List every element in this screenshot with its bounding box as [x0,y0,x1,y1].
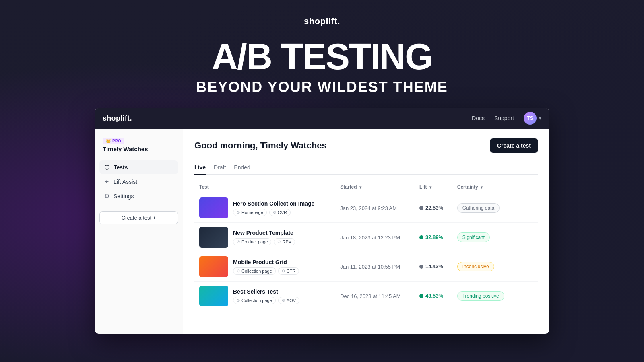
col-lift[interactable]: Lift ▾ [415,181,452,193]
store-name: Timely Watches [103,146,175,152]
tag-icon: ⊙ [273,210,276,214]
certainty-badge: Inconclusive [457,262,494,272]
table-row[interactable]: Best Sellers Test ⊙ Collection page ⊙ AO… [194,282,538,311]
settings-icon: ⚙ [104,193,109,200]
test-name: Mobile Product Grid [233,259,299,265]
tag-icon: ⊙ [237,210,240,214]
table-row[interactable]: Mobile Product Grid ⊙ Collection page ⊙ … [194,252,538,282]
cell-test: New Product Template ⊙ Product page ⊙ RP… [194,223,335,252]
cell-lift: 14.43% [415,252,452,282]
app-body: 👑 PRO Timely Watches ⬡ Tests ✦ Lift Assi… [95,129,549,334]
tabs: Live Draft Ended [194,161,538,175]
sidebar-item-tests[interactable]: ⬡ Tests [99,160,178,174]
sort-arrow-icon: ▾ [429,185,431,189]
test-info: New Product Template ⊙ Product page ⊙ RP… [199,227,330,248]
hero-logo: shoplift. [0,16,644,27]
sidebar: 👑 PRO Timely Watches ⬡ Tests ✦ Lift Assi… [95,129,183,334]
cell-started: Jan 23, 2024 at 9:23 AM [335,193,415,223]
hero-subtitle: BEYOND YOUR WILDEST THEME [0,79,644,96]
test-name: New Product Template [233,230,295,236]
test-name: Hero Section Collection Image [233,200,314,207]
lift-indicator [419,206,423,210]
tag-icon: ⊙ [277,239,281,244]
tag: ⊙ CTR [278,267,299,275]
page-title: Good morning, Timely Watches [194,140,327,151]
table-row[interactable]: Hero Section Collection Image ⊙ Homepage… [194,193,538,223]
crown-icon: 👑 [106,139,111,143]
support-link[interactable]: Support [494,115,514,121]
test-info: Hero Section Collection Image ⊙ Homepage… [199,197,330,218]
tag: ⊙ RPV [274,238,295,245]
cell-certainty: Trending positive [452,282,516,311]
test-details: New Product Template ⊙ Product page ⊙ RP… [233,230,295,245]
test-tags: ⊙ Product page ⊙ RPV [233,238,295,245]
sidebar-nav: ⬡ Tests ✦ Lift Assist ⚙ Settings [99,160,178,203]
date-text: Jan 18, 2023 at 12:23 PM [340,234,400,241]
col-actions [516,181,538,193]
row-more-button[interactable]: ⋮ [521,291,531,302]
pro-badge: 👑 PRO [103,138,124,144]
cell-certainty: Gathering data [452,193,516,223]
date-text: Dec 16, 2023 at 11:45 AM [340,293,400,299]
sidebar-settings-label: Settings [114,193,134,200]
tag-icon: ⊙ [282,269,285,273]
row-more-button[interactable]: ⋮ [521,261,531,272]
col-started[interactable]: Started ▾ [335,181,415,193]
app-window: shoplift. Docs Support TS ▾ 👑 PRO [95,108,549,334]
tag-icon: ⊙ [282,298,285,302]
test-thumbnail [199,197,228,218]
tag-icon: ⊙ [237,239,240,244]
test-thumbnail [199,286,228,306]
lift-assist-icon: ✦ [104,178,109,185]
sort-arrow-icon: ▾ [359,185,361,189]
avatar: TS [524,112,537,125]
hero-title: A/B TESTING [0,39,644,75]
lift-value: 22.53% [419,205,443,211]
header-nav: Docs Support TS ▾ [472,112,541,125]
row-more-button[interactable]: ⋮ [521,232,531,243]
sort-arrow-icon: ▾ [481,185,483,189]
tag: ⊙ CVR [269,209,291,216]
table-row[interactable]: New Product Template ⊙ Product page ⊙ RP… [194,223,538,252]
lift-indicator [419,235,423,239]
cell-lift: 32.89% [415,223,452,252]
col-test: Test [194,181,335,193]
cell-lift: 22.53% [415,193,452,223]
cell-actions: ⋮ [516,193,538,223]
test-name: Best Sellers Test [233,288,299,295]
app-logo: shoplift. [103,114,132,123]
user-menu[interactable]: TS ▾ [524,112,541,125]
row-more-button[interactable]: ⋮ [521,203,531,214]
tab-live[interactable]: Live [194,161,206,175]
tab-draft[interactable]: Draft [214,161,226,175]
tab-ended[interactable]: Ended [234,161,250,175]
date-text: Jan 23, 2024 at 9:23 AM [340,205,397,211]
tag: ⊙ Product page [233,238,271,245]
test-info: Mobile Product Grid ⊙ Collection page ⊙ … [199,256,330,277]
test-thumbnail [199,227,228,248]
test-thumbnail [199,256,228,277]
cell-lift: 43.53% [415,282,452,311]
sidebar-item-settings[interactable]: ⚙ Settings [99,189,178,203]
lift-value: 43.53% [419,293,443,299]
test-tags: ⊙ Collection page ⊙ AOV [233,297,299,304]
create-test-cta-button[interactable]: Create a test [490,138,538,153]
cell-actions: ⋮ [516,282,538,311]
certainty-badge: Gathering data [457,203,500,213]
col-certainty[interactable]: Certainty ▾ [452,181,516,193]
tag-icon: ⊙ [237,298,240,302]
sidebar-item-lift-assist[interactable]: ✦ Lift Assist [99,175,178,189]
test-details: Best Sellers Test ⊙ Collection page ⊙ AO… [233,288,299,304]
tag-icon: ⊙ [237,269,240,273]
app-logo-text: shoplift. [103,114,132,122]
hero-logo-text: shoplift. [304,16,340,26]
cell-started: Jan 18, 2023 at 12:23 PM [335,223,415,252]
sidebar-create-test-button[interactable]: Create a test + [99,211,178,224]
docs-link[interactable]: Docs [472,115,485,121]
tests-table: Test Started ▾ Lift ▾ Certainty ▾ Hero S… [194,181,538,311]
tag: ⊙ Collection page [233,267,276,275]
certainty-badge: Significant [457,232,490,242]
content-header: Good morning, Timely Watches Create a te… [194,138,538,153]
lift-value: 14.43% [419,263,443,269]
pro-badge-label: PRO [112,139,121,143]
